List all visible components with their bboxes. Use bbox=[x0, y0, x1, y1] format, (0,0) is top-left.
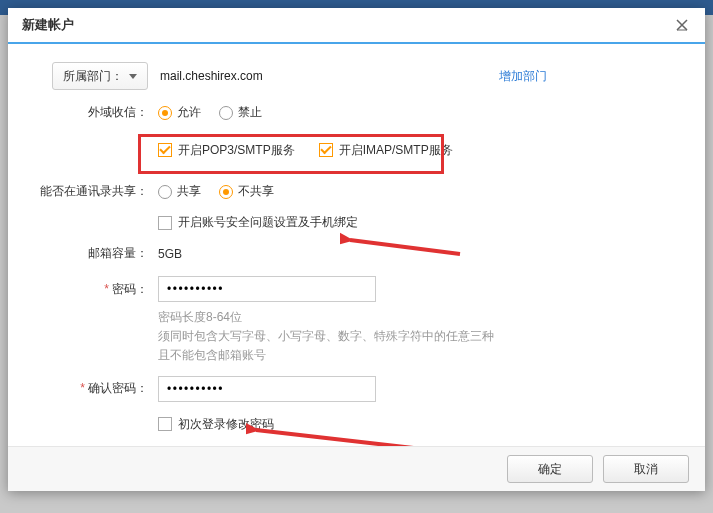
domain-text: mail.cheshirex.com bbox=[160, 69, 263, 83]
external-allow-radio[interactable]: 允许 bbox=[158, 104, 201, 121]
radio-label: 允许 bbox=[177, 104, 201, 121]
security-question-checkbox[interactable]: 开启账号安全问题设置及手机绑定 bbox=[158, 214, 358, 231]
first-login-change-password-checkbox[interactable]: 初次登录修改密码 bbox=[158, 416, 274, 433]
cancel-button[interactable]: 取消 bbox=[603, 455, 689, 483]
radio-icon bbox=[219, 185, 233, 199]
password-label: *密码： bbox=[38, 281, 158, 298]
checkbox-label: 开启IMAP/SMTP服务 bbox=[339, 142, 453, 159]
confirm-password-input[interactable] bbox=[158, 376, 376, 402]
radio-icon bbox=[219, 106, 233, 120]
dialog-footer: 确定 取消 bbox=[8, 446, 705, 491]
radio-label: 禁止 bbox=[238, 104, 262, 121]
department-dropdown-label: 所属部门： bbox=[63, 68, 123, 85]
external-deny-radio[interactable]: 禁止 bbox=[219, 104, 262, 121]
password-hint: 密码长度8-64位 须同时包含大写字母、小写字母、数字、特殊字符中的任意三种 且… bbox=[158, 308, 675, 366]
radio-label: 不共享 bbox=[238, 183, 274, 200]
pop3-smtp-checkbox[interactable]: 开启POP3/SMTP服务 bbox=[158, 142, 295, 159]
new-account-dialog: 新建帐户 所属部门： mail.cheshirex.com 增加部门 外域收信： bbox=[8, 8, 705, 491]
radio-icon bbox=[158, 106, 172, 120]
caret-down-icon bbox=[129, 74, 137, 79]
external-receive-label: 外域收信： bbox=[38, 104, 158, 121]
contacts-share-radio[interactable]: 共享 bbox=[158, 183, 201, 200]
imap-smtp-checkbox[interactable]: 开启IMAP/SMTP服务 bbox=[319, 142, 453, 159]
confirm-password-label: *确认密码： bbox=[38, 380, 158, 397]
contacts-share-label: 能否在通讯录共享： bbox=[0, 183, 158, 200]
radio-icon bbox=[158, 185, 172, 199]
close-icon[interactable] bbox=[673, 16, 691, 34]
radio-label: 共享 bbox=[177, 183, 201, 200]
password-input[interactable] bbox=[158, 276, 376, 302]
checkbox-icon bbox=[158, 417, 172, 431]
checkbox-label: 开启账号安全问题设置及手机绑定 bbox=[178, 214, 358, 231]
contacts-noshare-radio[interactable]: 不共享 bbox=[219, 183, 274, 200]
add-department-link[interactable]: 增加部门 bbox=[499, 68, 547, 85]
mailbox-capacity-label: 邮箱容量： bbox=[38, 245, 158, 262]
checkbox-label: 初次登录修改密码 bbox=[178, 416, 274, 433]
ok-button[interactable]: 确定 bbox=[507, 455, 593, 483]
mailbox-capacity-value: 5GB bbox=[158, 247, 182, 261]
department-dropdown[interactable]: 所属部门： bbox=[52, 62, 148, 90]
checkbox-label: 开启POP3/SMTP服务 bbox=[178, 142, 295, 159]
checkbox-icon bbox=[319, 143, 333, 157]
dialog-title: 新建帐户 bbox=[22, 16, 74, 34]
dialog-titlebar: 新建帐户 bbox=[8, 8, 705, 44]
checkbox-icon bbox=[158, 143, 172, 157]
checkbox-icon bbox=[158, 216, 172, 230]
